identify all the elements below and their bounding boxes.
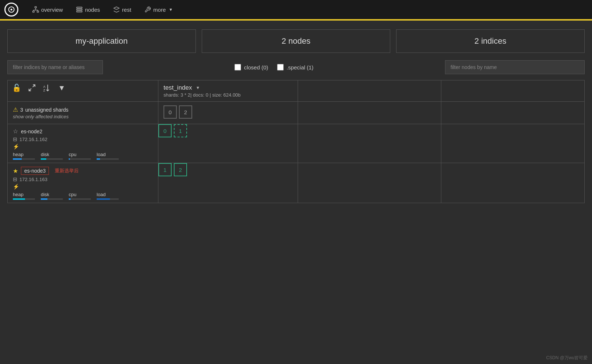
node2-load-label: load xyxy=(97,152,106,157)
node3-shard-1[interactable]: 1 xyxy=(158,163,172,176)
node3-empty-2 xyxy=(298,163,441,203)
node-row-es-node2: ☆ es-node2 ⊟ 172.16.1.162 ⚡ heap xyxy=(8,124,585,163)
indices-count-box: 2 indices xyxy=(396,29,585,53)
cluster-name-value: my-application xyxy=(76,36,128,46)
node3-name-row: ★ es-node3 重新选举后 xyxy=(13,167,153,175)
special-checkbox[interactable] xyxy=(277,64,284,71)
unassigned-info-cell: ⚠ 3 unassigned shards show only affected… xyxy=(8,102,158,124)
svg-line-12 xyxy=(33,85,35,87)
app-logo[interactable] xyxy=(4,3,18,17)
svg-rect-11 xyxy=(77,11,82,12)
node3-shard-2[interactable]: 2 xyxy=(174,163,187,176)
node2-shard-0[interactable]: 0 xyxy=(158,124,172,137)
nodes-count-value: 2 nodes xyxy=(281,36,310,46)
node2-cpu-metric: cpu xyxy=(69,152,91,160)
node3-heap-metric: heap xyxy=(13,192,35,200)
shard-box-0[interactable]: 0 xyxy=(164,105,177,119)
cluster-name-box: my-application xyxy=(7,29,196,53)
index-dropdown-icon[interactable]: ▼ xyxy=(196,85,200,90)
node2-cluster-row: ⚡ xyxy=(13,144,153,149)
node3-cpu-metric: cpu xyxy=(69,192,91,200)
warning-icon: ⚠ xyxy=(13,106,18,113)
index-name-text: test_index xyxy=(164,84,192,91)
node3-shards-cell: 1 2 xyxy=(158,163,298,203)
closed-checkbox[interactable] xyxy=(234,64,241,71)
empty-col-3 xyxy=(441,80,585,102)
node3-heap-bar xyxy=(13,198,25,200)
index-meta: shards: 3 * 2| docs: 0 | size: 624.00b xyxy=(164,92,293,98)
svg-rect-10 xyxy=(77,9,82,10)
unassigned-row: ⚠ 3 unassigned shards show only affected… xyxy=(8,102,585,124)
svg-rect-2 xyxy=(35,7,37,8)
node3-disk-bar xyxy=(41,198,47,200)
node2-disk-label: disk xyxy=(41,152,49,157)
nav-rest-label: rest xyxy=(122,7,131,13)
svg-rect-4 xyxy=(37,11,39,12)
node2-star-icon[interactable]: ☆ xyxy=(13,128,18,135)
node2-name-row: ☆ es-node2 xyxy=(13,128,153,135)
toolbar-cell-container: 🔓 A Z xyxy=(8,80,158,102)
node2-shard-group: 0 1 xyxy=(158,124,298,137)
main-table: 🔓 A Z xyxy=(7,80,585,203)
unassigned-count: 3 xyxy=(20,107,23,113)
node3-disk-label: disk xyxy=(41,192,49,197)
shard-box-2[interactable]: 2 xyxy=(179,105,192,119)
node2-ip-row: ⊟ 172.16.1.162 xyxy=(13,136,153,142)
svg-text:A: A xyxy=(43,85,46,89)
node3-disk-icon: ⊟ xyxy=(13,176,17,182)
expand-icon[interactable] xyxy=(28,84,36,92)
filter-checkboxes: closed (0) .special (1) xyxy=(110,64,438,71)
node2-info: ☆ es-node2 ⊟ 172.16.1.162 ⚡ heap xyxy=(8,124,158,163)
sort-az-icon[interactable]: A Z xyxy=(43,83,51,92)
node2-cluster-icon: ⚡ xyxy=(13,144,19,149)
nav-more[interactable]: more ▼ xyxy=(139,4,178,15)
unassigned-shards-cell: 0 2 xyxy=(158,102,298,124)
node3-load-bar-bg xyxy=(97,198,119,200)
special-checkbox-label[interactable]: .special (1) xyxy=(277,64,313,71)
node3-shard-2-label: 2 xyxy=(179,167,182,173)
nodes-count-box: 2 nodes xyxy=(202,29,390,53)
unlock-icon[interactable]: 🔓 xyxy=(12,83,21,92)
node3-info-cell: ★ es-node3 重新选举后 ⊟ 172.16.1.163 ⚡ xyxy=(8,163,158,203)
affected-link[interactable]: show only affected indices xyxy=(13,114,153,119)
node3-cpu-bar-bg xyxy=(69,198,91,200)
svg-line-13 xyxy=(29,89,31,91)
node2-shard-0-label: 0 xyxy=(164,128,166,134)
node3-star-icon[interactable]: ★ xyxy=(13,167,18,174)
node2-shards-cell: 0 1 xyxy=(158,124,298,163)
unassigned-empty-2 xyxy=(298,102,441,124)
node3-heap-bar-bg xyxy=(13,198,35,200)
node2-info-cell: ☆ es-node2 ⊟ 172.16.1.162 ⚡ heap xyxy=(8,124,158,163)
nodes-filter-input[interactable] xyxy=(445,60,585,74)
svg-rect-3 xyxy=(33,11,35,12)
hierarchy-icon xyxy=(32,6,39,13)
closed-checkbox-label[interactable]: closed (0) xyxy=(234,64,268,71)
node2-heap-bar xyxy=(13,158,22,160)
node2-cpu-bar xyxy=(69,158,70,160)
node3-shard-group: 1 2 xyxy=(158,163,298,176)
unassigned-shard-group: 0 2 xyxy=(164,105,293,119)
nav-rest[interactable]: rest xyxy=(108,4,136,15)
node2-heap-metric: heap xyxy=(13,152,35,160)
node2-shard-1[interactable]: 1 xyxy=(174,124,187,137)
unassigned-info: ⚠ 3 unassigned shards show only affected… xyxy=(13,106,153,119)
dropdown-arrow-icon[interactable]: ▼ xyxy=(58,84,65,92)
nav-nodes[interactable]: nodes xyxy=(71,4,105,15)
node3-cluster-row: ⚡ xyxy=(13,184,153,190)
svg-rect-9 xyxy=(77,7,82,8)
node2-heap-bar-bg xyxy=(13,158,35,160)
empty-col-2 xyxy=(298,80,441,102)
node2-empty-2 xyxy=(298,124,441,163)
nav-overview-label: overview xyxy=(41,7,63,13)
attribution: CSDN @万wu皆可爱 xyxy=(546,355,588,361)
nav-nodes-label: nodes xyxy=(85,7,100,13)
node3-metrics: heap disk xyxy=(13,192,153,200)
node3-ip-row: ⊟ 172.16.1.163 xyxy=(13,176,153,182)
rest-icon xyxy=(113,6,120,13)
node-row-es-node3: ★ es-node3 重新选举后 ⊟ 172.16.1.163 ⚡ xyxy=(8,163,585,203)
indices-filter-input[interactable] xyxy=(7,60,103,74)
node3-cpu-bar xyxy=(69,198,71,200)
unassigned-empty-3 xyxy=(441,102,585,124)
shard-label-2: 2 xyxy=(184,109,187,115)
nav-overview[interactable]: overview xyxy=(27,4,68,15)
